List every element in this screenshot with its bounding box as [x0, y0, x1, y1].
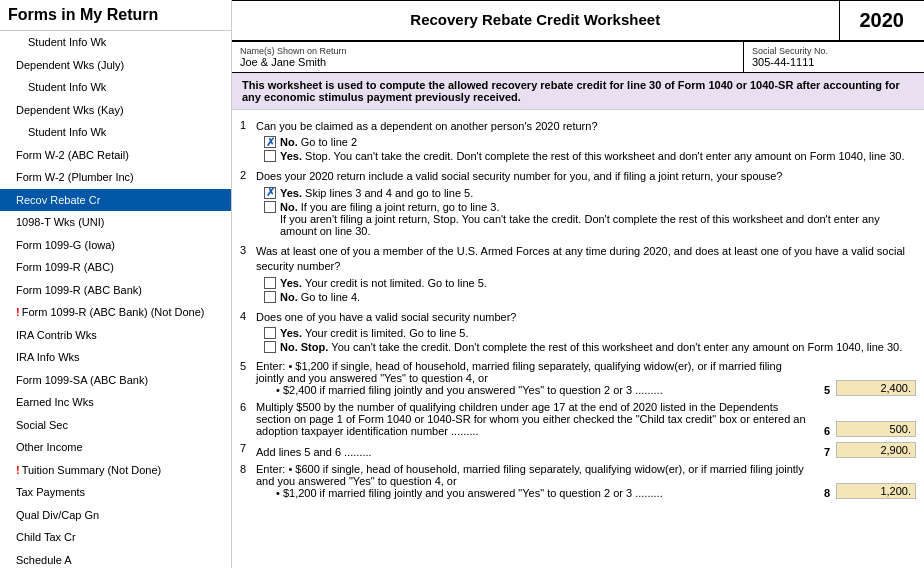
line-question-text-area-3: Enter: • $600 if single, head of househo…	[256, 463, 806, 499]
sidebar-item-17[interactable]: Social Sec	[0, 414, 231, 437]
line-question-num-3: 8	[240, 463, 256, 475]
line-question-text-2: Add lines 5 and 6 .........	[256, 446, 806, 458]
question-num-3: 4	[240, 310, 256, 322]
sidebar-item-6[interactable]: Form W-2 (Plumber Inc)	[0, 166, 231, 189]
question-num-2: 3	[240, 244, 256, 256]
line-value-box-1: 500.	[836, 421, 916, 437]
question-text-2: Was at least one of you a member of the …	[256, 244, 916, 275]
checkbox-3-0[interactable]	[264, 327, 276, 339]
line-question-row-2: 7Add lines 5 and 6 .........72,900.	[240, 442, 916, 458]
sidebar-item-19[interactable]: !Tuition Summary (Not Done)	[0, 459, 231, 482]
sidebar-item-20[interactable]: Tax Payments	[0, 481, 231, 504]
question-content-1: Does your 2020 return include a valid so…	[256, 169, 916, 238]
sidebar-item-22[interactable]: Child Tax Cr	[0, 526, 231, 549]
answer-row-2-1: No. Go to line 4.	[264, 291, 916, 303]
sidebar-item-2[interactable]: Student Info Wk	[0, 76, 231, 99]
answer-text-0-0: No. Go to line 2	[280, 136, 357, 148]
sidebar-item-10[interactable]: Form 1099-R (ABC)	[0, 256, 231, 279]
sidebar-item-label-5: Form W-2 (ABC Retail)	[16, 149, 129, 161]
sidebar-item-label-13: IRA Contrib Wks	[16, 329, 97, 341]
sidebar-item-1[interactable]: Dependent Wks (July)	[0, 54, 231, 77]
answer-text-1-1: No. If you are filing a joint return, go…	[280, 201, 916, 237]
sidebar-item-5[interactable]: Form W-2 (ABC Retail)	[0, 144, 231, 167]
sidebar-item-label-23: Schedule A	[16, 554, 72, 566]
answer-row-1-0: ✗ Yes. Skip lines 3 and 4 and go to line…	[264, 187, 916, 199]
checkbox-2-0[interactable]	[264, 277, 276, 289]
names-label: Name(s) Shown on Return	[240, 46, 735, 56]
sidebar-item-label-20: Tax Payments	[16, 486, 85, 498]
sidebar-item-label-11: Form 1099-R (ABC Bank)	[16, 284, 142, 296]
worksheet-year: 2020	[840, 1, 925, 40]
worksheet-title-area: Recovery Rebate Credit Worksheet	[232, 1, 840, 40]
sidebar-item-label-2: Student Info Wk	[28, 81, 106, 93]
sidebar-items: Student Info WkDependent Wks (July)Stude…	[0, 31, 231, 568]
question-row-3: 4Does one of you have a valid social sec…	[240, 310, 916, 355]
sidebar-item-11[interactable]: Form 1099-R (ABC Bank)	[0, 279, 231, 302]
sidebar-item-label-15: Form 1099-SA (ABC Bank)	[16, 374, 148, 386]
line-question-num-2: 7	[240, 442, 256, 454]
line-question-num-0: 5	[240, 360, 256, 372]
answer-row-3-0: Yes. Your credit is limited. Go to line …	[264, 327, 916, 339]
line-value-box-0: 2,400.	[836, 380, 916, 396]
checkbox-area-1-1	[264, 201, 276, 213]
question-num-0: 1	[240, 119, 256, 131]
sidebar-item-label-21: Qual Div/Cap Gn	[16, 509, 99, 521]
worksheet-body: 1Can you be claimed as a dependent on an…	[232, 110, 924, 508]
names-row: Name(s) Shown on Return Joe & Jane Smith…	[232, 42, 924, 73]
sidebar-item-14[interactable]: IRA Info Wks	[0, 346, 231, 369]
line-question-row-3: 8Enter: • $600 if single, head of househ…	[240, 463, 916, 499]
question-text-0: Can you be claimed as a dependent on ano…	[256, 119, 916, 134]
answer-row-1-1: No. If you are filing a joint return, go…	[264, 201, 916, 237]
question-row-2: 3Was at least one of you a member of the…	[240, 244, 916, 305]
question-row-0: 1Can you be claimed as a dependent on an…	[240, 119, 916, 164]
sidebar-item-23[interactable]: Schedule A	[0, 549, 231, 569]
sidebar-item-8[interactable]: 1098-T Wks (UNI)	[0, 211, 231, 234]
checkbox-3-1[interactable]	[264, 341, 276, 353]
checkbox-0-0[interactable]: ✗	[264, 136, 276, 148]
sidebar-item-label-14: IRA Info Wks	[16, 351, 80, 363]
checkbox-1-0[interactable]: ✗	[264, 187, 276, 199]
sidebar-item-0[interactable]: Student Info Wk	[0, 31, 231, 54]
checkbox-2-1[interactable]	[264, 291, 276, 303]
sidebar-item-18[interactable]: Other Income	[0, 436, 231, 459]
question-row-1: 2Does your 2020 return include a valid s…	[240, 169, 916, 238]
answer-extra-1-1: If you aren't filing a joint return, Sto…	[280, 213, 916, 237]
sidebar-item-12[interactable]: !Form 1099-R (ABC Bank) (Not Done)	[0, 301, 231, 324]
line-question-text2-3: • $1,200 if married filing jointly and y…	[276, 487, 806, 499]
sidebar-item-13[interactable]: IRA Contrib Wks	[0, 324, 231, 347]
sidebar-item-label-10: Form 1099-R (ABC)	[16, 261, 114, 273]
line-question-text-1: Multiply $500 by the number of qualifyin…	[256, 401, 806, 437]
sidebar-item-16[interactable]: Earned Inc Wks	[0, 391, 231, 414]
sidebar-item-label-12: Form 1099-R (ABC Bank) (Not Done)	[22, 306, 205, 318]
ssn-label: Social Security No.	[752, 46, 916, 56]
sidebar-item-label-16: Earned Inc Wks	[16, 396, 94, 408]
line-question-num-1: 6	[240, 401, 256, 413]
sidebar-item-21[interactable]: Qual Div/Cap Gn	[0, 504, 231, 527]
line-question-row-1: 6Multiply $500 by the number of qualifyi…	[240, 401, 916, 437]
question-text-3: Does one of you have a valid social secu…	[256, 310, 916, 325]
sidebar-item-label-0: Student Info Wk	[28, 36, 106, 48]
checkbox-area-0-0: ✗	[264, 136, 276, 148]
sidebar-item-4[interactable]: Student Info Wk	[0, 121, 231, 144]
sidebar-item-9[interactable]: Form 1099-G (Iowa)	[0, 234, 231, 257]
line-value-box-3: 1,200.	[836, 483, 916, 499]
sidebar-item-15[interactable]: Form 1099-SA (ABC Bank)	[0, 369, 231, 392]
checkbox-area-1-0: ✗	[264, 187, 276, 199]
answer-row-2-0: Yes. Your credit is not limited. Go to l…	[264, 277, 916, 289]
line-question-content-0: Enter: • $1,200 if single, head of house…	[256, 360, 916, 396]
sidebar-item-7[interactable]: Recov Rebate Cr	[0, 189, 231, 212]
sidebar-item-3[interactable]: Dependent Wks (Kay)	[0, 99, 231, 122]
answer-text-3-0: Yes. Your credit is limited. Go to line …	[280, 327, 469, 339]
error-mark-19: !	[16, 464, 20, 476]
checkbox-area-0-1	[264, 150, 276, 162]
checkbox-0-1[interactable]	[264, 150, 276, 162]
question-content-3: Does one of you have a valid social secu…	[256, 310, 916, 355]
line-question-text-area-2: Add lines 5 and 6 .........	[256, 446, 806, 458]
checkbox-1-1[interactable]	[264, 201, 276, 213]
sidebar-item-label-7: Recov Rebate Cr	[16, 194, 100, 206]
sidebar-item-label-8: 1098-T Wks (UNI)	[16, 216, 104, 228]
main-content: Recovery Rebate Credit Worksheet 2020 Na…	[232, 0, 924, 568]
line-value-box-2: 2,900.	[836, 442, 916, 458]
error-mark-12: !	[16, 306, 20, 318]
checkbox-area-3-0	[264, 327, 276, 339]
